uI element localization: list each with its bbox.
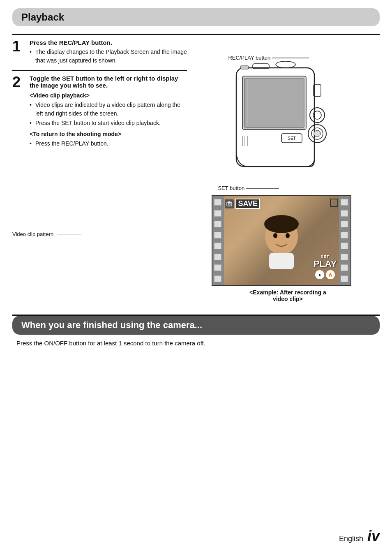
svg-text:SET: SET xyxy=(288,136,296,141)
stripe-cell xyxy=(214,221,221,227)
step-1-body: The display changes to the Playback Scre… xyxy=(30,48,187,65)
save-text: SAVE xyxy=(235,199,260,209)
corner-box xyxy=(330,199,338,207)
finished-title: When you are finished using the camera..… xyxy=(21,320,371,331)
finished-section-body: Press the ON/OFF button for at least 1 s… xyxy=(12,340,380,347)
svg-point-18 xyxy=(276,61,295,68)
step-1: 1 Press the REC/PLAY button. The display… xyxy=(12,39,187,66)
camera-small-icon xyxy=(226,201,232,207)
stripe-cell xyxy=(341,221,348,227)
bottom-section: When you are finished using the camera..… xyxy=(12,315,380,347)
step-1-title: Press the REC/PLAY button. xyxy=(30,39,187,46)
content-area: 1 Press the REC/PLAY button. The display… xyxy=(12,35,380,302)
rec-play-label: REC/PLAY button xyxy=(228,55,270,61)
stripe-cell xyxy=(341,275,348,282)
video-clip-label-area: Video clip pattern xyxy=(12,231,187,237)
right-column: REC/PLAY button xyxy=(195,35,380,302)
step-2-return-bullet-1: Press the REC/PLAY button. xyxy=(30,139,187,148)
stripe-cell xyxy=(214,275,221,282)
example-caption: <Example: After recording a video clip> xyxy=(212,289,364,302)
stripe-right xyxy=(339,196,350,285)
child-face-svg xyxy=(257,212,306,269)
play-icon-circle-1: ● xyxy=(315,270,324,279)
step-1-content: Press the REC/PLAY button. The display c… xyxy=(30,39,187,66)
return-subtitle: <To return to the shooting mode> xyxy=(30,130,187,139)
finished-section-header: When you are finished using the camera..… xyxy=(12,316,380,335)
left-column: 1 Press the REC/PLAY button. The display… xyxy=(12,35,195,302)
play-text: PLAY xyxy=(314,259,337,269)
rec-play-line xyxy=(272,58,309,58)
camera-area: REC/PLAY button xyxy=(195,51,380,187)
svg-rect-24 xyxy=(269,253,294,269)
svg-point-22 xyxy=(273,233,277,238)
example-caption-line2: video clip> xyxy=(273,296,303,302)
step-2-video-bullet-2: Press the SET button to start video clip… xyxy=(30,119,187,127)
stripe-cell xyxy=(214,264,221,271)
stripe-cell xyxy=(341,264,348,271)
playback-section-header: Playback xyxy=(12,8,380,26)
svg-point-26 xyxy=(228,203,231,205)
step-2-body: <Video clip playback> Video clips are in… xyxy=(30,91,187,148)
stripe-cell xyxy=(341,210,348,217)
save-overlay: SAVE xyxy=(225,199,260,209)
svg-point-10 xyxy=(314,130,321,137)
svg-rect-12 xyxy=(240,66,249,69)
svg-point-21 xyxy=(264,215,299,233)
step-2-video-bullet-1: Video clips are indicated by a video cli… xyxy=(30,101,187,118)
footer-page: iv xyxy=(367,528,380,545)
step-2-title: Toggle the SET button to the left or rig… xyxy=(30,75,187,89)
svg-point-23 xyxy=(286,233,290,238)
set-button-label-area: SET button xyxy=(218,185,279,191)
step-2-content: Toggle the SET button to the left or rig… xyxy=(30,75,187,149)
video-clip-pattern-label: Video clip pattern xyxy=(12,231,53,237)
step-2: 2 Toggle the SET button to the left or r… xyxy=(12,75,187,149)
video-clip-area: SAVE SET PLAY ● xyxy=(212,195,364,302)
footer: English iv xyxy=(339,528,380,545)
set-button-label: SET button xyxy=(218,185,244,191)
svg-point-6 xyxy=(310,108,325,123)
svg-rect-3 xyxy=(244,78,304,127)
example-caption-line1: <Example: After recording a xyxy=(249,289,326,296)
play-icons-row: ● 🔥 xyxy=(314,270,337,279)
save-icon-box xyxy=(225,199,234,208)
finished-body-text: Press the ON/OFF button for at least 1 s… xyxy=(16,340,376,347)
camera-svg: SET xyxy=(203,51,343,187)
stripe-cell xyxy=(341,254,348,260)
play-icon-circle-2: 🔥 xyxy=(326,270,335,279)
svg-rect-27 xyxy=(228,201,231,203)
video-clip-subtitle: <Video clip playback> xyxy=(30,91,187,100)
video-clip-pattern-line xyxy=(57,234,81,234)
step-1-number: 1 xyxy=(12,39,24,54)
stripe-cell xyxy=(214,243,221,249)
page: Playback 1 Press the REC/PLAY button. Th… xyxy=(0,0,392,553)
step-1-bullet-1: The display changes to the Playback Scre… xyxy=(30,48,187,65)
stripe-cell xyxy=(214,199,221,206)
right-col-inner: REC/PLAY button xyxy=(195,51,380,302)
step-divider xyxy=(12,70,187,71)
footer-language: English xyxy=(339,534,363,543)
set-text: SET xyxy=(314,255,337,259)
stripe-left xyxy=(212,196,224,285)
rec-play-label-area: REC/PLAY button xyxy=(228,55,309,61)
set-play-overlay: SET PLAY ● 🔥 xyxy=(314,255,337,279)
stripe-cell xyxy=(341,232,348,238)
set-button-line xyxy=(246,188,279,189)
stripe-cell xyxy=(214,210,221,217)
video-clip-image: SAVE SET PLAY ● xyxy=(212,195,351,286)
stripe-cell xyxy=(214,232,221,238)
playback-title: Playback xyxy=(21,12,371,23)
svg-rect-25 xyxy=(227,202,232,206)
stripe-cell xyxy=(214,254,221,260)
stripe-cell xyxy=(341,199,348,206)
stripe-cell xyxy=(341,243,348,249)
step-2-number: 2 xyxy=(12,75,24,90)
